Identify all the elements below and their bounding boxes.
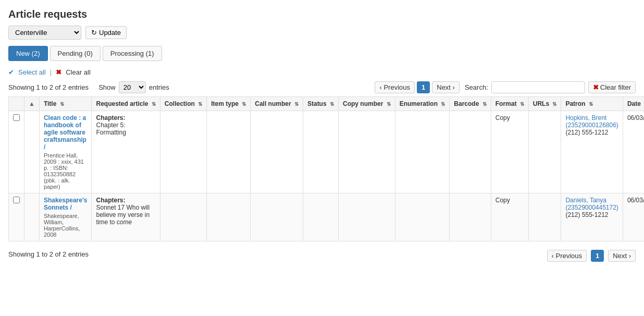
col-patron[interactable]: Patron ⇅ <box>561 97 623 111</box>
chapters-label: Chapters: <box>96 114 125 121</box>
row-status <box>303 111 338 193</box>
row-sort-indicator <box>24 193 40 241</box>
select-all-link[interactable]: Select all <box>18 68 46 76</box>
col-title[interactable]: Title ⇅ <box>39 97 92 111</box>
col-barcode[interactable]: Barcode ⇅ <box>450 97 491 111</box>
row-format: Copy <box>491 193 528 241</box>
clear-all-link[interactable]: Clear all <box>66 68 91 76</box>
entries-label: entries <box>149 83 169 91</box>
sort-icon-status: ⇅ <box>330 101 334 107</box>
x-filter-icon: ✖ <box>593 83 599 91</box>
table-controls-top: Showing 1 to 2 of 2 entries Show 20 10 5… <box>8 81 636 93</box>
col-urls[interactable]: URLs ⇅ <box>528 97 561 111</box>
row-status <box>303 193 338 241</box>
prev-page-bottom[interactable]: ‹ Previous <box>547 250 587 262</box>
showing-text-top: Showing 1 to 2 of 2 entries <box>8 83 89 91</box>
row-date: 06/03/2022 <box>623 111 644 193</box>
row-patron: Hopkins, Brent(23529000126806) (212) 555… <box>561 111 623 193</box>
search-label: Search: <box>465 83 488 91</box>
chapters-label: Chapters: <box>96 197 125 204</box>
row-item-type <box>207 193 251 241</box>
sort-icon-patron: ⇅ <box>589 101 593 107</box>
next-page-bottom[interactable]: Next › <box>608 250 636 262</box>
row-checkbox[interactable] <box>9 193 24 241</box>
tab-processing[interactable]: Processing (1) <box>103 46 162 61</box>
row-patron: Daniels, Tanya(23529000445172) (212) 555… <box>561 193 623 241</box>
col-requested-article[interactable]: Requested article ⇅ <box>92 97 160 111</box>
col-enumeration[interactable]: Enumeration ⇅ <box>395 97 450 111</box>
next-page-top[interactable]: Next › <box>432 81 460 93</box>
row-checkbox[interactable] <box>9 111 24 193</box>
row-urls <box>528 193 561 241</box>
col-format[interactable]: Format ⇅ <box>491 97 528 111</box>
sort-icon-req: ⇅ <box>152 101 156 107</box>
col-copy-number[interactable]: Copy number ⇅ <box>338 97 395 111</box>
row-call-number <box>251 193 303 241</box>
sort-icon-item: ⇅ <box>242 101 246 107</box>
row-title: Clean code : a handbook of agile softwar… <box>39 111 92 193</box>
row-title: Shakespeare's Sonnets / Shakespeare, Wil… <box>39 193 92 241</box>
row-enumeration <box>395 193 450 241</box>
patron-link[interactable]: Hopkins, Brent(23529000126806) <box>565 114 618 129</box>
col-collection[interactable]: Collection ⇅ <box>160 97 206 111</box>
article-requests-table: ▲ Title ⇅ Requested article ⇅ Collection… <box>8 96 644 241</box>
entries-select[interactable]: 20 10 50 100 <box>119 81 146 93</box>
patron-link[interactable]: Daniels, Tanya(23529000445172) <box>565 197 618 211</box>
row-sort-indicator <box>24 111 40 193</box>
row-collection <box>160 111 206 193</box>
col-status[interactable]: Status ⇅ <box>303 97 338 111</box>
library-select[interactable]: Centerville <box>8 26 81 40</box>
col-call-number[interactable]: Call number ⇅ <box>251 97 303 111</box>
library-select-row: Centerville ↻ Update <box>8 26 636 40</box>
check-icon: ✔ <box>8 68 14 76</box>
patron-phone: (212) 555-1212 <box>565 129 608 136</box>
refresh-icon: ↻ <box>91 29 97 37</box>
title-subtitle: Prentice Hall, 2009 : xxix, 431 p. : ISB… <box>44 152 88 190</box>
col-date[interactable]: Date ⇅ <box>623 97 644 111</box>
tab-pending[interactable]: Pending (0) <box>50 46 101 61</box>
row-requested-article: Chapters: Sonnet 17 Who will believe my … <box>92 193 160 241</box>
sort-icon-enum: ⇅ <box>441 101 445 107</box>
current-page-top: 1 <box>417 81 430 93</box>
row-item-type <box>207 111 251 193</box>
row-requested-article: Chapters: Chapter 5: Formatting <box>92 111 160 193</box>
page-title: Article requests <box>8 8 636 20</box>
row-copy-number <box>338 111 395 193</box>
row-barcode <box>450 193 491 241</box>
table-row: Shakespeare's Sonnets / Shakespeare, Wil… <box>9 193 645 241</box>
row-format: Copy <box>491 111 528 193</box>
row-enumeration <box>395 111 450 193</box>
search-row: Search: ✖ Clear filter <box>465 81 636 93</box>
x-clear-icon: ✖ <box>56 68 61 76</box>
prev-page-top[interactable]: ‹ Previous <box>375 81 415 93</box>
patron-phone: (212) 555-1212 <box>565 211 608 218</box>
sort-icon-format: ⇅ <box>520 101 524 107</box>
pagination-bottom: ‹ Previous 1 Next › <box>547 250 636 262</box>
show-entries-left: Showing 1 to 2 of 2 entries Show 20 10 5… <box>8 81 169 93</box>
col-checkbox <box>9 97 24 111</box>
row-collection <box>160 193 206 241</box>
show-label: Show <box>98 83 116 91</box>
table-row: Clean code : a handbook of agile softwar… <box>9 111 645 193</box>
sort-icon-call: ⇅ <box>294 101 299 107</box>
col-sort[interactable]: ▲ <box>24 97 40 111</box>
sort-icon-barcode: ⇅ <box>482 101 487 107</box>
update-button[interactable]: ↻ Update <box>85 26 127 39</box>
sort-icon-copy: ⇅ <box>387 101 391 107</box>
clear-filter-button[interactable]: ✖ Clear filter <box>588 81 636 93</box>
row-barcode <box>450 111 491 193</box>
title-subtitle: Shakespeare, William, HarperCollins, 200… <box>44 213 88 238</box>
row-call-number <box>251 111 303 193</box>
tab-new[interactable]: New (2) <box>8 46 48 61</box>
current-page-bottom: 1 <box>591 250 604 262</box>
search-input[interactable] <box>491 81 585 93</box>
sort-icon-urls: ⇅ <box>552 101 556 107</box>
sort-icon-title: ⇅ <box>60 101 64 107</box>
title-link[interactable]: Clean code : a handbook of agile softwar… <box>44 114 86 151</box>
chapters-value: Chapter 5: Formatting <box>96 121 126 136</box>
select-clear-row: ✔ Select all | ✖ Clear all <box>8 68 636 76</box>
title-link[interactable]: Shakespeare's Sonnets / <box>44 197 88 211</box>
row-date: 06/03/2022 <box>623 193 644 241</box>
showing-text-bottom: Showing 1 to 2 of 2 entries <box>8 250 89 258</box>
col-item-type[interactable]: Item type ⇅ <box>207 97 251 111</box>
